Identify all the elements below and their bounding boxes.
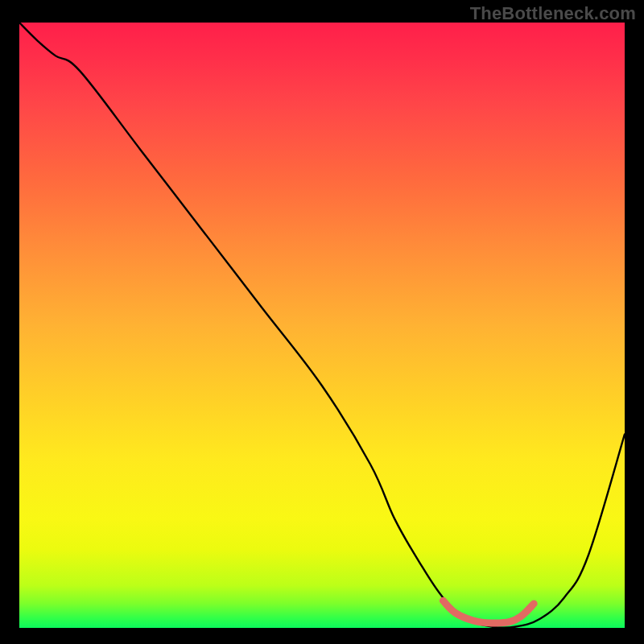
curve-svg xyxy=(19,23,625,628)
plot-area xyxy=(19,23,625,628)
watermark-text: TheBottleneck.com xyxy=(470,3,636,24)
chart-frame: TheBottleneck.com xyxy=(0,0,644,644)
plot-outer xyxy=(19,23,625,628)
bottleneck-curve xyxy=(19,23,625,628)
minimum-highlight xyxy=(443,601,534,623)
